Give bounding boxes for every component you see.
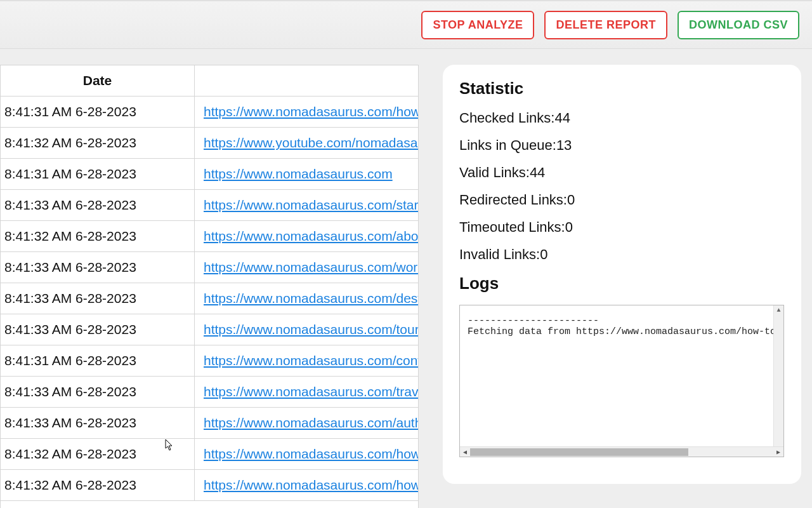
table-row: 8:41:33 AM 6-28-2023https://www.nomadasa… bbox=[1, 252, 418, 283]
cell-date: 8:41:33 AM 6-28-2023 bbox=[1, 252, 195, 283]
cell-date: 8:41:33 AM 6-28-2023 bbox=[1, 377, 195, 407]
cell-url: https://www.nomadasaurus.com/how- bbox=[195, 446, 418, 462]
result-link[interactable]: https://www.nomadasaurus.com/cont bbox=[204, 353, 418, 368]
table-filler bbox=[1, 501, 418, 508]
stat-queue: Links in Queue:13 bbox=[459, 137, 785, 154]
side-panel: Statistic Checked Links:44 Links in Queu… bbox=[443, 65, 801, 484]
logs-vertical-scrollbar[interactable]: ▲ bbox=[773, 305, 783, 446]
result-link[interactable]: https://www.nomadasaurus.com/how- bbox=[204, 446, 418, 461]
cell-url: https://www.nomadasaurus.com/auth bbox=[195, 415, 418, 431]
log-line: Fetching data from https://www.nomadasau… bbox=[468, 326, 776, 337]
cell-url: https://www.nomadasaurus.com/how- bbox=[195, 478, 418, 493]
result-link[interactable]: https://www.youtube.com/nomadasau bbox=[204, 135, 418, 150]
result-link[interactable]: https://www.nomadasaurus.com bbox=[204, 166, 393, 181]
cell-url: https://www.nomadasaurus.com/abou bbox=[195, 229, 418, 244]
scroll-right-icon[interactable]: ▶ bbox=[773, 448, 783, 456]
scroll-track[interactable] bbox=[470, 448, 773, 456]
logs-content: ----------------------- Fetching data fr… bbox=[460, 305, 783, 446]
logs-box: ----------------------- Fetching data fr… bbox=[459, 305, 784, 457]
cell-url: https://www.nomadasaurus.com/tours bbox=[195, 322, 418, 337]
download-csv-button[interactable]: DOWNLOAD CSV bbox=[678, 11, 799, 39]
stat-timeouted: Timeouted Links:0 bbox=[459, 219, 785, 236]
table-row: 8:41:32 AM 6-28-2023https://www.nomadasa… bbox=[1, 439, 418, 470]
cell-url: https://www.nomadasaurus.com/trave bbox=[195, 384, 418, 399]
scroll-thumb[interactable] bbox=[470, 448, 688, 456]
cell-url: https://www.nomadasaurus.com/work bbox=[195, 260, 418, 275]
result-link[interactable]: https://www.nomadasaurus.com/start bbox=[204, 197, 418, 212]
cell-url: https://www.nomadasaurus.com/dest bbox=[195, 291, 418, 306]
stat-redirected: Redirected Links:0 bbox=[459, 192, 785, 208]
logs-horizontal-scrollbar[interactable]: ◀ ▶ bbox=[460, 446, 783, 457]
col-header-date: Date bbox=[1, 65, 195, 96]
cell-url: https://www.youtube.com/nomadasau bbox=[195, 135, 418, 150]
header-bar: om/how-to-start-a-travel-blog/ STOP ANAL… bbox=[0, 1, 812, 49]
stat-invalid: Invalid Links:0 bbox=[459, 246, 785, 263]
cell-date: 8:41:33 AM 6-28-2023 bbox=[1, 283, 195, 314]
table-row: 8:41:33 AM 6-28-2023https://www.nomadasa… bbox=[1, 314, 418, 345]
cell-url: https://www.nomadasaurus.com bbox=[195, 166, 418, 182]
table-row: 8:41:33 AM 6-28-2023https://www.nomadasa… bbox=[1, 190, 418, 221]
result-link[interactable]: https://www.nomadasaurus.com/how- bbox=[204, 478, 418, 492]
cell-url: https://www.nomadasaurus.com/cont bbox=[195, 353, 418, 368]
results-table: Date 8:41:31 AM 6-28-2023https://www.nom… bbox=[0, 65, 419, 508]
result-link[interactable]: https://www.nomadasaurus.com/abou bbox=[204, 229, 418, 243]
table-row: 8:41:31 AM 6-28-2023https://www.nomadasa… bbox=[1, 97, 418, 128]
table-row: 8:41:32 AM 6-28-2023https://www.nomadasa… bbox=[1, 221, 418, 252]
results-table-scroll[interactable]: Date 8:41:31 AM 6-28-2023https://www.nom… bbox=[1, 65, 418, 508]
cell-date: 8:41:32 AM 6-28-2023 bbox=[1, 439, 195, 469]
table-row: 8:41:33 AM 6-28-2023https://www.nomadasa… bbox=[1, 408, 418, 439]
result-link[interactable]: https://www.nomadasaurus.com/how- bbox=[204, 104, 418, 119]
table-header-row: Date bbox=[1, 65, 418, 97]
cell-date: 8:41:32 AM 6-28-2023 bbox=[1, 470, 195, 500]
table-row: 8:41:31 AM 6-28-2023https://www.nomadasa… bbox=[1, 159, 418, 190]
table-row: 8:41:33 AM 6-28-2023https://www.nomadasa… bbox=[1, 377, 418, 408]
cell-date: 8:41:33 AM 6-28-2023 bbox=[1, 314, 195, 345]
result-link[interactable]: https://www.nomadasaurus.com/auth bbox=[204, 415, 418, 430]
table-row: 8:41:33 AM 6-28-2023https://www.nomadasa… bbox=[1, 283, 418, 314]
cell-date: 8:41:31 AM 6-28-2023 bbox=[1, 345, 195, 376]
scroll-up-icon[interactable]: ▲ bbox=[774, 305, 783, 316]
stat-checked: Checked Links:44 bbox=[459, 110, 785, 126]
table-row: 8:41:31 AM 6-28-2023https://www.nomadasa… bbox=[1, 345, 418, 377]
logs-title: Logs bbox=[459, 274, 785, 293]
scroll-left-icon[interactable]: ◀ bbox=[460, 448, 470, 456]
cell-url: https://www.nomadasaurus.com/how- bbox=[195, 104, 418, 119]
cell-date: 8:41:33 AM 6-28-2023 bbox=[1, 190, 195, 220]
result-link[interactable]: https://www.nomadasaurus.com/work bbox=[204, 260, 418, 274]
statistic-title: Statistic bbox=[459, 79, 785, 98]
stop-analyze-button[interactable]: STOP ANALYZE bbox=[421, 11, 534, 39]
cell-date: 8:41:32 AM 6-28-2023 bbox=[1, 128, 195, 158]
result-link[interactable]: https://www.nomadasaurus.com/tours bbox=[204, 322, 418, 337]
content-area: Date 8:41:31 AM 6-28-2023https://www.nom… bbox=[0, 49, 812, 508]
delete-report-button[interactable]: DELETE REPORT bbox=[544, 11, 667, 39]
header-buttons: STOP ANALYZE DELETE REPORT DOWNLOAD CSV bbox=[421, 11, 799, 39]
cell-date: 8:41:31 AM 6-28-2023 bbox=[1, 97, 195, 127]
cell-date: 8:41:33 AM 6-28-2023 bbox=[1, 408, 195, 438]
log-line: ----------------------- bbox=[468, 316, 776, 326]
table-row: 8:41:32 AM 6-28-2023https://www.youtube.… bbox=[1, 128, 418, 159]
cell-date: 8:41:32 AM 6-28-2023 bbox=[1, 221, 195, 251]
result-link[interactable]: https://www.nomadasaurus.com/trave bbox=[204, 384, 418, 399]
cell-url: https://www.nomadasaurus.com/start bbox=[195, 197, 418, 213]
stat-valid: Valid Links:44 bbox=[459, 164, 785, 181]
cell-date: 8:41:31 AM 6-28-2023 bbox=[1, 159, 195, 189]
result-link[interactable]: https://www.nomadasaurus.com/dest bbox=[204, 291, 418, 305]
table-row: 8:41:32 AM 6-28-2023https://www.nomadasa… bbox=[1, 470, 418, 501]
